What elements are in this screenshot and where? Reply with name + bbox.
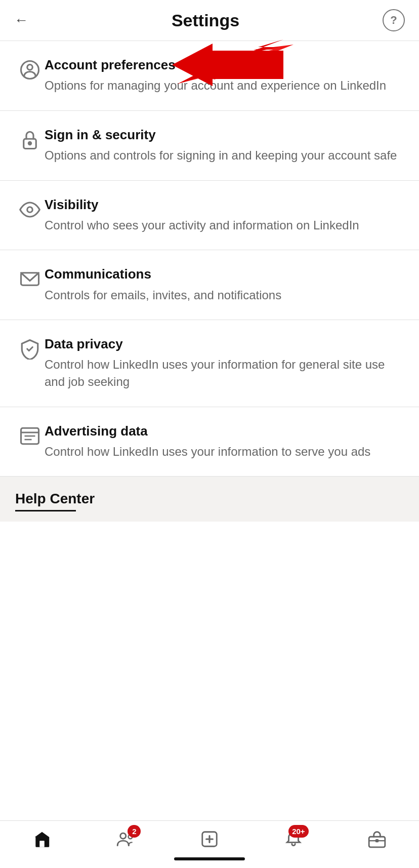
svg-point-7 [27, 207, 33, 212]
settings-item-visibility[interactable]: Visibility Control who sees your activit… [0, 181, 419, 251]
newspaper-icon [15, 423, 45, 447]
my-network-badge: 2 [128, 825, 141, 838]
eye-icon [15, 197, 45, 220]
lock-icon [15, 127, 45, 150]
help-button[interactable]: ? [383, 9, 405, 31]
settings-item-account-preferences[interactable]: Account preferences Options for managing… [0, 41, 419, 111]
notifications-icon: 20+ [282, 828, 305, 850]
svg-rect-21 [375, 839, 379, 842]
help-center-underline [15, 510, 76, 511]
data-privacy-content: Data privacy Control how LinkedIn uses y… [45, 336, 404, 390]
home-indicator [0, 850, 419, 868]
page-title: Settings [172, 11, 239, 30]
advertising-data-desc: Control how LinkedIn uses your informati… [45, 443, 404, 460]
svg-point-4 [27, 65, 33, 70]
communications-title: Communications [45, 266, 404, 282]
home-icon [31, 828, 53, 850]
communications-content: Communications Controls for emails, invi… [45, 266, 404, 303]
svg-rect-13 [39, 841, 45, 847]
visibility-desc: Control who sees your activity and infor… [45, 217, 404, 234]
settings-item-data-privacy[interactable]: Data privacy Control how LinkedIn uses y… [0, 320, 419, 407]
visibility-title: Visibility [45, 197, 404, 213]
data-privacy-title: Data privacy [45, 336, 404, 352]
visibility-content: Visibility Control who sees your activit… [45, 197, 404, 234]
account-preferences-desc: Options for managing your account and ex… [45, 77, 404, 94]
account-preferences-content: Account preferences Options for managing… [45, 57, 404, 94]
sign-in-security-desc: Options and controls for signing in and … [45, 147, 404, 164]
post-icon [198, 828, 221, 850]
data-privacy-desc: Control how LinkedIn uses your informati… [45, 356, 404, 390]
shield-icon [15, 336, 45, 360]
sign-in-security-content: Sign in & security Options and controls … [45, 127, 404, 164]
settings-item-sign-in-security[interactable]: Sign in & security Options and controls … [0, 111, 419, 181]
help-icon: ? [390, 14, 397, 27]
account-preferences-title: Account preferences [45, 57, 404, 73]
envelope-icon [15, 266, 45, 290]
home-indicator-bar [174, 857, 245, 860]
my-network-icon: 2 [114, 828, 137, 850]
sign-in-security-title: Sign in & security [45, 127, 404, 143]
header: ← Settings ? [0, 0, 419, 41]
settings-list: Account preferences Options for managing… [0, 41, 419, 477]
svg-point-14 [120, 833, 126, 839]
notifications-badge: 20+ [288, 825, 308, 838]
svg-point-6 [28, 142, 31, 144]
advertising-data-title: Advertising data [45, 423, 404, 439]
settings-item-advertising-data[interactable]: Advertising data Control how LinkedIn us… [0, 407, 419, 477]
communications-desc: Controls for emails, invites, and notifi… [45, 287, 404, 304]
help-center-section[interactable]: Help Center [0, 477, 419, 522]
back-button[interactable]: ← [14, 13, 28, 27]
help-center-title: Help Center [15, 491, 404, 507]
settings-item-communications[interactable]: Communications Controls for emails, invi… [0, 250, 419, 320]
jobs-icon [366, 828, 388, 850]
person-circle-icon [15, 57, 45, 81]
advertising-data-content: Advertising data Control how LinkedIn us… [45, 423, 404, 460]
